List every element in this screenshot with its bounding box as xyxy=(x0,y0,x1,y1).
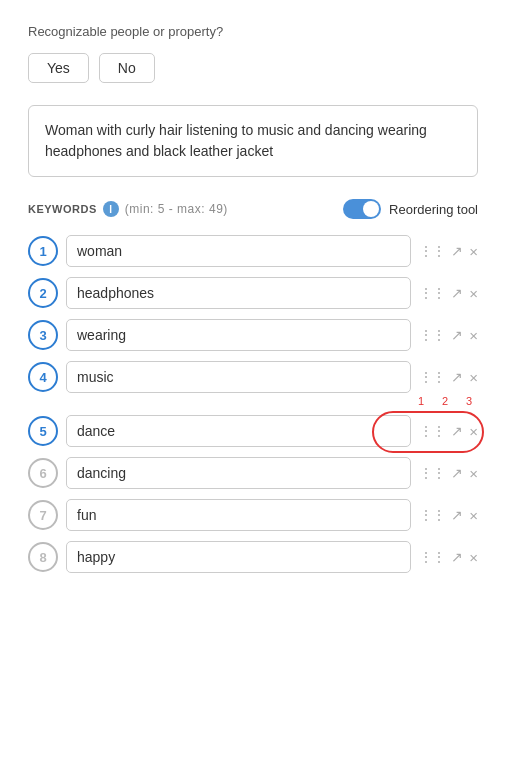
drag-icon[interactable]: ⋮⋮ xyxy=(419,423,445,439)
move-up-icon[interactable]: ↗ xyxy=(451,327,463,343)
keyword-number-badge: 5 xyxy=(28,416,58,446)
keyword-input[interactable] xyxy=(66,541,411,573)
annotation-numbers: 123 xyxy=(412,395,478,407)
remove-icon[interactable]: × xyxy=(469,285,478,302)
keyword-number-badge: 3 xyxy=(28,320,58,350)
drag-icon[interactable]: ⋮⋮ xyxy=(419,549,445,565)
keyword-number-badge: 8 xyxy=(28,542,58,572)
keywords-right: Reordering tool xyxy=(343,199,478,219)
keywords-left: KEYWORDS i (min: 5 - max: 49) xyxy=(28,201,228,217)
keyword-actions: ⋮⋮↗× xyxy=(419,327,478,344)
move-up-icon[interactable]: ↗ xyxy=(451,465,463,481)
keyword-input[interactable] xyxy=(66,499,411,531)
reordering-toggle[interactable] xyxy=(343,199,381,219)
remove-icon[interactable]: × xyxy=(469,369,478,386)
remove-icon[interactable]: × xyxy=(469,243,478,260)
drag-icon[interactable]: ⋮⋮ xyxy=(419,507,445,523)
remove-icon[interactable]: × xyxy=(469,327,478,344)
yes-no-group: Yes No xyxy=(28,53,478,83)
info-icon[interactable]: i xyxy=(103,201,119,217)
keyword-input[interactable] xyxy=(66,277,411,309)
keywords-list: 1⋮⋮↗×2⋮⋮↗×3⋮⋮↗×4⋮⋮↗×1235⋮⋮↗×6⋮⋮↗×7⋮⋮↗×8⋮… xyxy=(28,235,478,573)
keyword-input[interactable] xyxy=(66,415,411,447)
reordering-label: Reordering tool xyxy=(389,202,478,217)
keyword-row: 4⋮⋮↗×123 xyxy=(28,361,478,393)
keyword-actions: ⋮⋮↗× xyxy=(419,243,478,260)
keywords-hint: (min: 5 - max: 49) xyxy=(125,202,228,216)
keyword-actions: ⋮⋮↗× xyxy=(419,369,478,386)
remove-icon[interactable]: × xyxy=(469,507,478,524)
keyword-number-badge: 2 xyxy=(28,278,58,308)
move-up-icon[interactable]: ↗ xyxy=(451,369,463,385)
move-up-icon[interactable]: ↗ xyxy=(451,507,463,523)
remove-icon[interactable]: × xyxy=(469,549,478,566)
keyword-row: 7⋮⋮↗× xyxy=(28,499,478,531)
keyword-number-badge: 4 xyxy=(28,362,58,392)
remove-icon[interactable]: × xyxy=(469,465,478,482)
keyword-actions: ⋮⋮↗× xyxy=(419,423,478,440)
keyword-row: 2⋮⋮↗× xyxy=(28,277,478,309)
question-label: Recognizable people or property? xyxy=(28,24,478,39)
keyword-input[interactable] xyxy=(66,319,411,351)
no-button[interactable]: No xyxy=(99,53,155,83)
drag-icon[interactable]: ⋮⋮ xyxy=(419,465,445,481)
keywords-label: KEYWORDS xyxy=(28,203,97,215)
keyword-input[interactable] xyxy=(66,235,411,267)
keyword-input[interactable] xyxy=(66,457,411,489)
keyword-row: 3⋮⋮↗× xyxy=(28,319,478,351)
drag-icon[interactable]: ⋮⋮ xyxy=(419,285,445,301)
drag-icon[interactable]: ⋮⋮ xyxy=(419,327,445,343)
keyword-row: 6⋮⋮↗× xyxy=(28,457,478,489)
keyword-number-badge: 7 xyxy=(28,500,58,530)
keyword-row: 8⋮⋮↗× xyxy=(28,541,478,573)
remove-icon[interactable]: × xyxy=(469,423,478,440)
keyword-actions: ⋮⋮↗× xyxy=(419,507,478,524)
keyword-actions: ⋮⋮↗× xyxy=(419,549,478,566)
move-up-icon[interactable]: ↗ xyxy=(451,243,463,259)
move-up-icon[interactable]: ↗ xyxy=(451,285,463,301)
move-up-icon[interactable]: ↗ xyxy=(451,549,463,565)
keyword-actions: ⋮⋮↗× xyxy=(419,465,478,482)
keyword-input[interactable] xyxy=(66,361,411,393)
keyword-number-badge: 1 xyxy=(28,236,58,266)
keyword-number-badge: 6 xyxy=(28,458,58,488)
yes-button[interactable]: Yes xyxy=(28,53,89,83)
keyword-row: 1⋮⋮↗× xyxy=(28,235,478,267)
move-up-icon[interactable]: ↗ xyxy=(451,423,463,439)
drag-icon[interactable]: ⋮⋮ xyxy=(419,243,445,259)
keyword-row: 5⋮⋮↗× xyxy=(28,415,478,447)
description-box: Woman with curly hair listening to music… xyxy=(28,105,478,177)
keywords-header: KEYWORDS i (min: 5 - max: 49) Reordering… xyxy=(28,199,478,219)
drag-icon[interactable]: ⋮⋮ xyxy=(419,369,445,385)
keyword-actions: ⋮⋮↗× xyxy=(419,285,478,302)
